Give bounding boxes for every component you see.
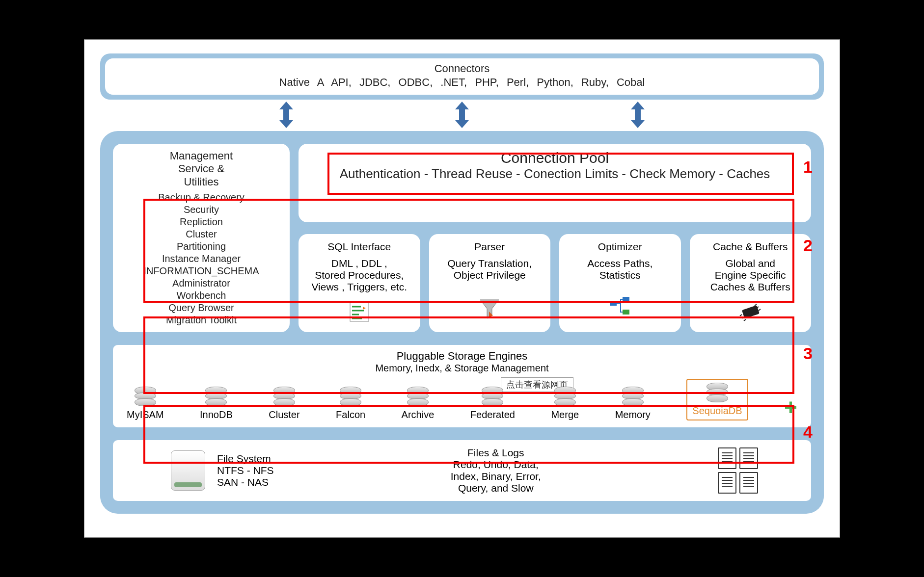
arrows-row: [100, 99, 824, 131]
arrow-icon: [631, 102, 644, 128]
management-title: Management Service & Utilities: [121, 150, 282, 188]
overlay-num-4: 4: [803, 422, 813, 442]
connectors-block: Connectors Native A API, JDBC, ODBC, .NE…: [100, 53, 824, 100]
connectors-list: Native A API, JDBC, ODBC, .NET, PHP, Per…: [115, 76, 809, 89]
connectors-title: Connectors: [115, 62, 809, 75]
overlay-box-3: [143, 316, 794, 394]
connectors-card: Connectors Native A API, JDBC, ODBC, .NE…: [105, 58, 819, 95]
flogs-lines: Redo, Undo, Data, Index, Binary, Error, …: [274, 459, 718, 494]
mgmt-item: Query Browser: [121, 302, 282, 314]
overlay-num-3: 3: [803, 344, 813, 363]
document-icon: [739, 472, 758, 494]
overlay-box-4: [143, 405, 794, 464]
overlay-box-1: [327, 153, 794, 195]
document-icon: [718, 472, 736, 494]
arrow-icon: [280, 102, 293, 128]
fs-lines: NTFS - NFS SAN - NAS: [217, 465, 274, 488]
overlay-num-1: 1: [803, 157, 813, 177]
arrow-icon: [456, 102, 468, 128]
overlay-box-2: [143, 199, 794, 303]
overlay-num-2: 2: [803, 236, 813, 255]
diagram-page: Connectors Native A API, JDBC, ODBC, .NE…: [84, 39, 840, 538]
svg-rect-3: [623, 310, 629, 315]
